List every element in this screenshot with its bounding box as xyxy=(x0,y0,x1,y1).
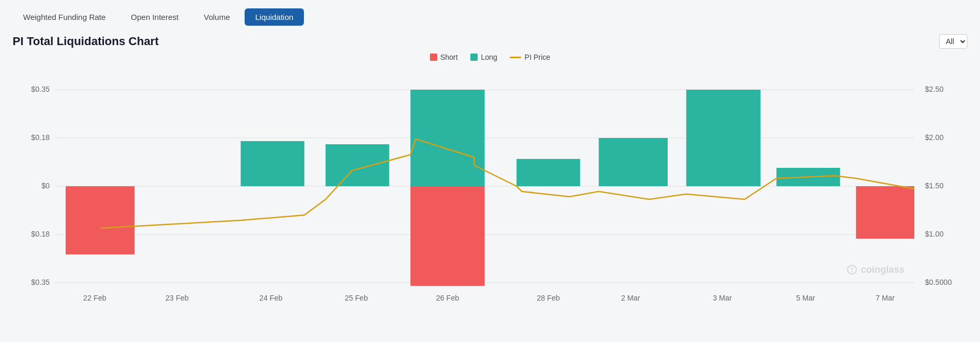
chart-legend: Short Long PI Price xyxy=(13,53,967,61)
svg-text:$1.50: $1.50 xyxy=(925,181,944,190)
bar-2mar-long xyxy=(599,138,668,186)
long-color-box xyxy=(470,54,478,61)
coinglass-text: coinglass xyxy=(861,264,904,275)
pi-price-color-line xyxy=(510,57,521,58)
svg-text:$0.18: $0.18 xyxy=(31,133,50,142)
chart-svg: $0.35 $0.18 $0 $0.18 $0.35 $2.50 $2.00 $… xyxy=(13,66,967,307)
chart-title: PI Total Liquidations Chart xyxy=(13,35,159,48)
svg-text:$0.35: $0.35 xyxy=(31,278,50,286)
svg-text:23 Feb: 23 Feb xyxy=(165,294,188,302)
bar-24feb-long xyxy=(241,141,304,186)
svg-text:$0: $0 xyxy=(41,181,50,190)
svg-text:5 Mar: 5 Mar xyxy=(796,294,815,302)
bar-25feb-long xyxy=(325,144,389,186)
svg-text:24 Feb: 24 Feb xyxy=(259,294,282,302)
svg-text:$1.00: $1.00 xyxy=(925,230,944,238)
legend-pi-price: PI Price xyxy=(510,53,550,61)
svg-text:3 Mar: 3 Mar xyxy=(713,294,732,302)
page-container: Weighted Funding Rate Open Interest Volu… xyxy=(0,0,980,342)
short-color-box xyxy=(430,54,437,61)
tab-bar: Weighted Funding Rate Open Interest Volu… xyxy=(13,8,967,26)
bar-26feb-long xyxy=(410,90,484,186)
svg-text:$2.50: $2.50 xyxy=(925,85,944,93)
tab-volume[interactable]: Volume xyxy=(193,8,240,26)
svg-text:7 Mar: 7 Mar xyxy=(876,294,894,302)
coinglass-watermark: coinglass xyxy=(846,264,904,275)
bar-26feb-short xyxy=(410,186,484,286)
svg-text:28 Feb: 28 Feb xyxy=(537,294,560,302)
legend-short-label: Short xyxy=(440,53,458,61)
svg-text:$2.00: $2.00 xyxy=(925,133,944,142)
legend-long-label: Long xyxy=(481,53,497,61)
svg-text:22 Feb: 22 Feb xyxy=(83,294,107,302)
chart-header: PI Total Liquidations Chart All xyxy=(13,34,967,49)
tab-open-interest[interactable]: Open Interest xyxy=(120,8,189,26)
bar-7mar-short xyxy=(856,186,914,239)
coinglass-icon xyxy=(846,264,858,275)
tab-liquidation[interactable]: Liquidation xyxy=(245,8,304,26)
bar-3mar-long xyxy=(686,90,760,186)
timeframe-select[interactable]: All xyxy=(939,34,967,49)
svg-text:2 Mar: 2 Mar xyxy=(621,294,640,302)
svg-text:25 Feb: 25 Feb xyxy=(345,294,368,302)
svg-text:26 Feb: 26 Feb xyxy=(436,294,459,302)
bar-22feb-short xyxy=(66,186,134,254)
tab-weighted-funding-rate[interactable]: Weighted Funding Rate xyxy=(13,8,116,26)
chart-area: $0.35 $0.18 $0 $0.18 $0.35 $2.50 $2.00 $… xyxy=(13,66,967,307)
legend-short: Short xyxy=(430,53,458,61)
svg-text:$0.5000: $0.5000 xyxy=(925,278,952,286)
svg-text:$0.35: $0.35 xyxy=(31,85,50,93)
legend-pi-price-label: PI Price xyxy=(524,53,550,61)
legend-long: Long xyxy=(470,53,497,61)
bar-28feb-long xyxy=(517,159,580,186)
svg-text:$0.18: $0.18 xyxy=(31,230,50,238)
